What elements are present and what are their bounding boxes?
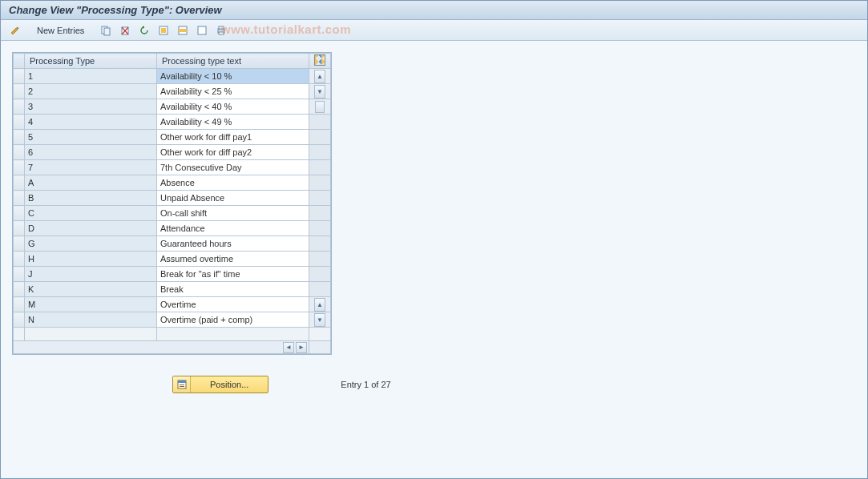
cell-processing-type-text[interactable]: Availability < 49 % <box>157 115 309 130</box>
row-selector[interactable] <box>14 282 25 297</box>
cell-processing-type[interactable]: M <box>25 297 157 312</box>
configure-columns-icon <box>314 54 325 66</box>
svg-rect-16 <box>180 386 184 387</box>
cell-processing-type-text[interactable]: Overtime (paid + comp) <box>157 312 309 328</box>
svg-rect-12 <box>219 32 224 34</box>
cell-processing-type-text[interactable]: Other work for diff pay2 <box>157 145 309 160</box>
row-selector[interactable] <box>14 206 25 221</box>
position-icon <box>173 376 191 392</box>
cell-processing-type[interactable]: D <box>25 221 157 236</box>
scrollbar-track[interactable] <box>309 145 331 160</box>
cell-processing-type[interactable]: 1 <box>25 69 157 84</box>
cell-processing-type[interactable]: A <box>25 175 157 191</box>
scrollbar-corner <box>309 341 331 354</box>
row-selector[interactable] <box>14 99 25 115</box>
row-selector[interactable] <box>14 312 25 328</box>
cell-processing-type[interactable]: J <box>25 267 157 282</box>
cell-processing-type-text[interactable]: Assumed overtime <box>157 252 309 267</box>
select-all-icon[interactable] <box>155 22 172 38</box>
cell-processing-type-text[interactable]: Attendance <box>157 221 309 236</box>
scrollbar-track[interactable] <box>309 191 331 206</box>
content-area: Processing Type Processing type text 1Av… <box>1 41 867 393</box>
scrollbar-track[interactable] <box>309 175 331 191</box>
scrollbar-track[interactable] <box>309 282 331 297</box>
cell-processing-type[interactable]: K <box>25 282 157 297</box>
cell-processing-type[interactable]: N <box>25 312 157 328</box>
cell-processing-type-text[interactable]: Availability < 40 % <box>157 99 309 115</box>
scroll-up-button[interactable]: ▲ <box>314 298 325 312</box>
cell-processing-type-text[interactable]: Absence <box>157 175 309 191</box>
scroll-down-button[interactable]: ▼ <box>314 85 325 99</box>
cell-processing-type-text[interactable]: Unpaid Absence <box>157 191 309 206</box>
table-row: 2Availability < 25 %▼ <box>14 84 331 99</box>
row-selector[interactable] <box>14 145 25 160</box>
row-selector[interactable] <box>14 267 25 282</box>
cell-processing-type-text[interactable]: 7th Consecutive Day <box>157 160 309 175</box>
column-header-processing-type-text[interactable]: Processing type text <box>157 54 309 69</box>
table-row: HAssumed overtime <box>14 252 331 267</box>
undo-change-icon[interactable] <box>136 22 152 38</box>
svg-rect-15 <box>180 384 184 385</box>
delete-icon[interactable] <box>117 22 133 38</box>
scrollbar-track[interactable] <box>309 115 331 130</box>
row-selector[interactable] <box>14 130 25 145</box>
cell-processing-type[interactable]: 5 <box>25 130 157 145</box>
row-selector[interactable] <box>14 191 25 206</box>
cell-processing-type-text[interactable]: Availability < 25 % <box>157 84 309 99</box>
table-row: NOvertime (paid + comp)▼ <box>14 312 331 328</box>
row-selector[interactable] <box>14 297 25 312</box>
scrollbar-track[interactable] <box>309 130 331 145</box>
print-icon[interactable] <box>213 22 229 38</box>
cell-processing-type[interactable]: 7 <box>25 160 157 175</box>
toolbar: New Entries www.tutorialkart.com <box>1 20 867 41</box>
row-selector[interactable] <box>14 252 25 267</box>
cell-processing-type[interactable]: 4 <box>25 115 157 130</box>
cell-processing-type-text[interactable]: Break for "as if" time <box>157 267 309 282</box>
row-selector[interactable] <box>14 221 25 236</box>
cell-processing-type-text[interactable]: Guaranteed hours <box>157 236 309 252</box>
row-selector[interactable] <box>14 115 25 130</box>
cell-processing-type[interactable]: 3 <box>25 99 157 115</box>
cell-processing-type[interactable]: G <box>25 236 157 252</box>
scrollbar-track[interactable] <box>309 221 331 236</box>
scrollbar-thumb[interactable] <box>315 101 325 113</box>
column-header-processing-type[interactable]: Processing Type <box>25 54 157 69</box>
cell-processing-type-text[interactable]: Overtime <box>157 297 309 312</box>
row-selector[interactable] <box>14 160 25 175</box>
row-selector[interactable] <box>14 175 25 191</box>
scrollbar-track[interactable] <box>309 252 331 267</box>
scroll-up-button[interactable]: ▲ <box>314 70 325 83</box>
cell-processing-type-text[interactable]: On-call shift <box>157 206 309 221</box>
new-entries-button[interactable]: New Entries <box>30 22 91 38</box>
processing-type-table: Processing Type Processing type text 1Av… <box>13 53 331 354</box>
copy-as-icon[interactable] <box>98 22 114 38</box>
select-block-icon[interactable] <box>175 22 191 38</box>
scrollbar-track[interactable] <box>309 206 331 221</box>
row-selector[interactable] <box>14 69 25 84</box>
cell-processing-type[interactable]: B <box>25 191 157 206</box>
cell-processing-type-text[interactable]: Break <box>157 282 309 297</box>
table-row: AAbsence <box>14 175 331 191</box>
horizontal-scrollbar[interactable]: ◄ ► <box>14 341 309 354</box>
scrollbar-track[interactable] <box>309 328 331 341</box>
cell-processing-type-text[interactable]: Other work for diff pay1 <box>157 130 309 145</box>
scroll-down-button[interactable]: ▼ <box>314 313 325 327</box>
scrollbar-track[interactable] <box>309 160 331 175</box>
toggle-display-change-icon[interactable] <box>7 22 23 38</box>
scroll-right-button[interactable]: ► <box>296 342 307 353</box>
position-button[interactable]: Position... <box>172 376 268 393</box>
cell-processing-type[interactable]: C <box>25 206 157 221</box>
deselect-all-icon[interactable] <box>194 22 210 38</box>
row-selector-header[interactable] <box>14 54 25 69</box>
row-selector[interactable] <box>14 84 25 99</box>
scroll-left-button[interactable]: ◄ <box>283 342 294 353</box>
cell-processing-type[interactable]: 2 <box>25 84 157 99</box>
scrollbar-track[interactable] <box>309 267 331 282</box>
cell-processing-type[interactable]: 6 <box>25 145 157 160</box>
scrollbar-track[interactable] <box>309 236 331 252</box>
configure-columns-button[interactable] <box>309 54 331 69</box>
row-selector[interactable] <box>14 236 25 252</box>
row-selector[interactable] <box>14 328 25 341</box>
cell-processing-type[interactable]: H <box>25 252 157 267</box>
cell-processing-type-text[interactable]: Availability < 10 % <box>157 69 309 84</box>
